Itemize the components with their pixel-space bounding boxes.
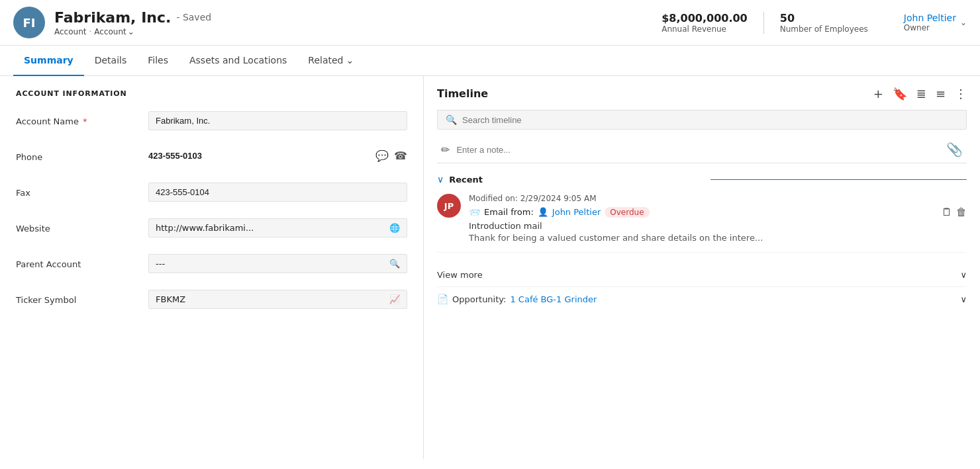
field-label-phone: Phone [16, 147, 148, 162]
timeline-header: Timeline + 🔖 ≣ ≡ ⋮ [437, 87, 967, 101]
sort-icon[interactable]: ≡ [936, 87, 946, 101]
breadcrumb-account1[interactable]: Account [54, 27, 86, 36]
note-box: ✏ 📎 [437, 136, 967, 163]
lookup-icon[interactable]: 🔍 [389, 259, 400, 269]
view-more-label: View more [437, 270, 483, 280]
owner-name: John Peltier [904, 13, 956, 23]
overdue-badge: Overdue [605, 207, 649, 218]
view-more-row[interactable]: View more ∨ [437, 263, 967, 287]
more-icon[interactable]: ⋮ [955, 87, 967, 101]
right-panel: Timeline + 🔖 ≣ ≡ ⋮ 🔍 ✏ 📎 ∨ Recent [424, 76, 980, 459]
opportunity-row: 📄 Opportunity: 1 Café BG-1 Grinder ∨ [437, 287, 967, 311]
nav-tabs: Summary Details Files Assets and Locatio… [0, 46, 980, 76]
tab-summary[interactable]: Summary [13, 46, 84, 76]
field-row-account-name: Account Name * [16, 111, 407, 135]
website-field-wrapper: http://www.fabrikami... 🌐 [148, 218, 407, 237]
app-header: FI Fabrikam, Inc. - Saved Account · Acco… [0, 0, 980, 46]
tab-details[interactable]: Details [84, 46, 138, 76]
required-indicator: * [80, 116, 87, 126]
annual-revenue-label: Annual Revenue [662, 24, 748, 34]
attachment-icon[interactable]: 📎 [946, 142, 963, 157]
timeline-search-box: 🔍 [437, 110, 967, 130]
field-label-ticker: Ticker Symbol [16, 290, 148, 305]
employees-stat: 50 Number of Employees [764, 12, 884, 34]
phone-input[interactable] [148, 147, 370, 165]
opportunity-link[interactable]: 1 Café BG-1 Grinder [510, 294, 597, 304]
header-stats: $8,000,000.00 Annual Revenue 50 Number o… [646, 12, 884, 34]
field-label-fax: Fax [16, 183, 148, 198]
tab-files[interactable]: Files [137, 46, 179, 76]
person-icon: 👤 [538, 207, 548, 217]
saved-label: - Saved [176, 12, 211, 22]
header-title-block: Fabrikam, Inc. - Saved Account · Account… [54, 9, 646, 36]
field-value-account-name [148, 111, 407, 130]
filter-icon[interactable]: ≣ [916, 87, 926, 101]
opportunity-chevron-icon: ∨ [960, 294, 967, 304]
delete-icon[interactable]: 🗑 [956, 206, 967, 218]
field-row-website: Website http://www.fabrikami... 🌐 [16, 218, 407, 242]
timeline-item-title: Introduction mail [469, 221, 967, 231]
chart-icon[interactable]: 📈 [389, 294, 400, 304]
tab-assets[interactable]: Assets and Locations [179, 46, 297, 76]
owner-section[interactable]: John Peltier Owner ⌄ [904, 13, 967, 32]
field-row-ticker: Ticker Symbol FBKMZ 📈 [16, 290, 407, 314]
company-name: Fabrikam, Inc. [54, 9, 171, 26]
website-value: http://www.fabrikami... [156, 223, 389, 233]
related-chevron-icon: ⌄ [346, 55, 354, 65]
field-value-fax [148, 183, 407, 202]
timeline-search-input[interactable] [462, 115, 958, 125]
breadcrumb-account2-dropdown[interactable]: Account ⌄ [94, 27, 134, 36]
ticker-value: FBKMZ [156, 294, 389, 304]
employees-value: 50 [780, 12, 868, 24]
field-value-ticker: FBKMZ 📈 [148, 290, 407, 309]
recent-chevron-icon[interactable]: ∨ [437, 174, 444, 185]
breadcrumb-separator: · [89, 27, 91, 36]
bookmark-icon[interactable]: 🔖 [893, 87, 907, 101]
field-row-fax: Fax [16, 183, 407, 206]
tab-related[interactable]: Related ⌄ [297, 46, 364, 76]
main-content: ACCOUNT INFORMATION Account Name * Phone… [0, 76, 980, 459]
field-label-account-name: Account Name * [16, 111, 148, 126]
globe-icon[interactable]: 🌐 [389, 223, 400, 233]
search-icon: 🔍 [446, 114, 457, 125]
timeline-item-body: Modified on: 2/29/2024 9:05 AM 📨 Email f… [469, 194, 967, 243]
timeline-title: Timeline [437, 87, 873, 100]
timeline-actions: + 🔖 ≣ ≡ ⋮ [873, 87, 967, 101]
field-row-parent-account: Parent Account --- 🔍 [16, 254, 407, 278]
opportunity-icon: 📄 [437, 294, 448, 304]
opportunity-prefix: Opportunity: [452, 294, 506, 304]
field-label-website: Website [16, 218, 148, 234]
email-icon: 📨 [469, 207, 480, 218]
parent-account-field-wrapper: --- 🔍 [148, 254, 407, 273]
ticker-field-wrapper: FBKMZ 📈 [148, 290, 407, 309]
field-row-phone: Phone 💬 ☎ [16, 147, 407, 171]
avatar: FI [13, 7, 45, 38]
timeline-from-row: 📨 Email from: 👤 John Peltier Overdue 🗒 🗑 [469, 206, 967, 218]
pencil-icon: ✏ [441, 144, 450, 156]
left-panel: ACCOUNT INFORMATION Account Name * Phone… [0, 76, 424, 459]
note-action-icon[interactable]: 🗒 [942, 206, 952, 218]
employees-label: Number of Employees [780, 24, 868, 34]
field-value-website: http://www.fabrikami... 🌐 [148, 218, 407, 237]
timeline-from-user[interactable]: John Peltier [552, 207, 601, 217]
phone-icon[interactable]: ☎ [394, 149, 407, 162]
note-input[interactable] [456, 145, 940, 155]
tab-related-label: Related [308, 55, 343, 65]
annual-revenue-stat: $8,000,000.00 Annual Revenue [646, 12, 764, 34]
timeline-item: JP Modified on: 2/29/2024 9:05 AM 📨 Emai… [437, 194, 967, 253]
parent-account-value: --- [156, 259, 389, 269]
view-more-chevron-icon: ∨ [960, 270, 967, 280]
add-icon[interactable]: + [873, 87, 883, 101]
chat-icon[interactable]: 💬 [375, 149, 389, 162]
field-value-parent-account: --- 🔍 [148, 254, 407, 273]
recent-header: ∨ Recent [437, 174, 967, 185]
breadcrumb-chevron-icon: ⌄ [128, 27, 134, 36]
breadcrumb-account2: Account [94, 27, 126, 36]
recent-divider [710, 179, 967, 180]
account-name-input[interactable] [148, 111, 407, 130]
fax-input[interactable] [148, 183, 407, 202]
timeline-item-excerpt: Thank for being a valued customer and sh… [469, 233, 967, 243]
timeline-item-avatar: JP [437, 194, 461, 218]
field-label-parent-account: Parent Account [16, 254, 148, 269]
owner-chevron-icon: ⌄ [960, 18, 967, 27]
